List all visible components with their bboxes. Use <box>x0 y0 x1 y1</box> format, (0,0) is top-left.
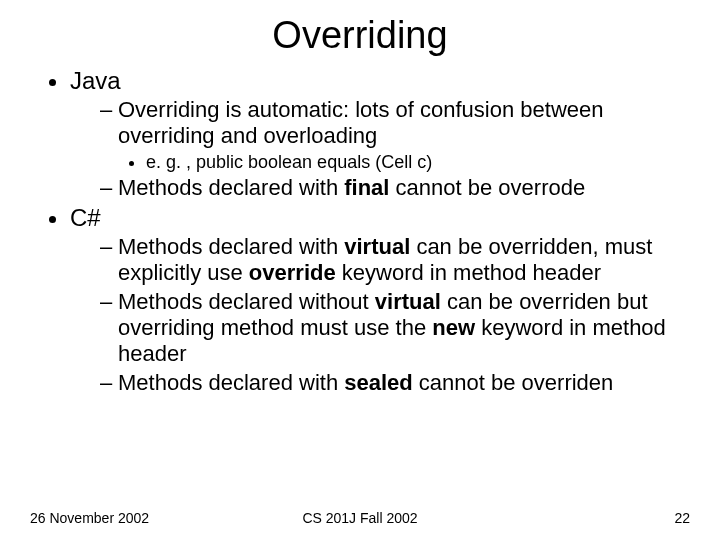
item-text: Overriding is automatic: lots of confusi… <box>118 97 603 148</box>
list-item: Methods declared with sealed cannot be o… <box>100 370 690 396</box>
list-item: Overriding is automatic: lots of confusi… <box>100 97 690 173</box>
footer-course: CS 201J Fall 2002 <box>30 510 690 526</box>
item-label: C# <box>70 204 101 231</box>
list-item: Java Overriding is automatic: lots of co… <box>70 67 690 202</box>
keyword-sealed: sealed <box>344 370 413 395</box>
item-text: Methods declared with <box>118 234 344 259</box>
list-item: Methods declared with final cannot be ov… <box>100 175 690 201</box>
item-text: Methods declared without <box>118 289 375 314</box>
item-text: cannot be overrode <box>389 175 585 200</box>
item-text: e. g. , public boolean equals (Cell c) <box>146 152 432 172</box>
item-text: keyword in method header <box>336 260 601 285</box>
bullet-list: Java Overriding is automatic: lots of co… <box>30 67 690 396</box>
sub-list: Overriding is automatic: lots of confusi… <box>70 97 690 202</box>
item-text: Methods declared with <box>118 370 344 395</box>
keyword-new: new <box>432 315 475 340</box>
keyword-final: final <box>344 175 389 200</box>
slide: Overriding Java Overriding is automatic:… <box>0 0 720 540</box>
sub-list: Methods declared with virtual can be ove… <box>70 234 690 396</box>
sub-sub-list: e. g. , public boolean equals (Cell c) <box>118 152 690 174</box>
list-item: C# Methods declared with virtual can be … <box>70 204 690 396</box>
item-text: Methods declared with <box>118 175 344 200</box>
keyword-virtual: virtual <box>344 234 410 259</box>
item-label: Java <box>70 67 121 94</box>
item-text: cannot be overriden <box>413 370 614 395</box>
list-item: Methods declared with virtual can be ove… <box>100 234 690 287</box>
slide-title: Overriding <box>30 14 690 57</box>
keyword-override: override <box>249 260 336 285</box>
list-item: Methods declared without virtual can be … <box>100 289 690 368</box>
keyword-virtual: virtual <box>375 289 441 314</box>
footer: 26 November 2002 CS 201J Fall 2002 22 <box>30 510 690 526</box>
list-item: e. g. , public boolean equals (Cell c) <box>146 152 690 174</box>
